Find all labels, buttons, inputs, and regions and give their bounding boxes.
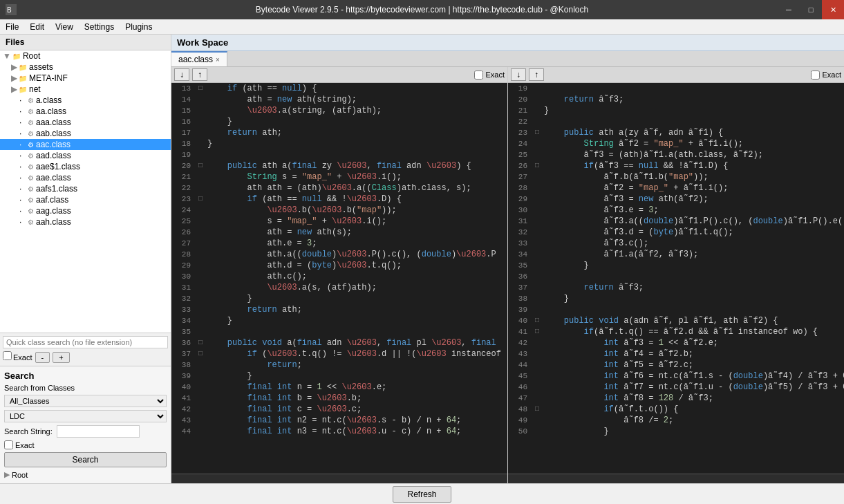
decompiler-select-row: LDC Procyon CFR [4, 410, 167, 422]
minimize-button[interactable]: ─ [778, 0, 800, 19]
search-title: Search [4, 371, 167, 381]
tree-item-aag-class[interactable]: · ⚙ aag.class [0, 205, 171, 216]
tree-item-aaf-class[interactable]: · ⚙ aaf.class [0, 194, 171, 205]
search-from-select[interactable]: All_Classes Current_Class [4, 395, 167, 407]
code-line: 24 String â˜f2 = "map_" + â˜f1.i(); [508, 138, 844, 149]
close-button[interactable]: ✕ [822, 0, 844, 19]
code-line: 29 â˜f3 = new ath(â˜f2); [508, 194, 844, 205]
menu-edit[interactable]: Edit [24, 21, 50, 33]
left-code-toolbar: ↓ ↑ Exact [171, 67, 507, 83]
title-text: Bytecode Viewer 2.9.5 - https://bytecode… [256, 5, 588, 15]
search-button[interactable]: Search [4, 452, 167, 467]
tree-item-aah-class[interactable]: · ⚙ aah.class [0, 216, 171, 227]
left-scroll-down-btn[interactable]: ↓ [174, 68, 189, 81]
code-line: 43 int â˜f4 = â˜f2.b; [508, 348, 844, 360]
tab-label: aac.class [178, 55, 213, 64]
code-line: 26 ath = new ath(s); [171, 227, 507, 238]
code-line: 36 [508, 271, 844, 282]
left-panel: Files ▼ 📁 Root ▶ 📁 assets ▶ 📁 META-INF [0, 35, 171, 483]
code-line: 14 ath = new ath(string); [171, 94, 507, 105]
tree-item-aae1-class[interactable]: · ⚙ aae$1.class [0, 161, 171, 172]
code-line: 35 [171, 326, 507, 337]
code-line: 19 [508, 83, 844, 94]
menu-view[interactable]: View [50, 21, 79, 33]
tree-item-aaa-class[interactable]: · ⚙ aaa.class [0, 117, 171, 128]
left-scroll-h[interactable] [171, 474, 507, 483]
maximize-button[interactable]: □ [800, 0, 822, 19]
tree-item-assets[interactable]: ▶ 📁 assets [0, 62, 171, 73]
tree-item-a-class[interactable]: · ⚙ a.class [0, 95, 171, 106]
code-line: 40□ public void a(adn â˜f, pl â˜f1, ath … [508, 315, 844, 326]
code-line: 22 ath ath = (ath)\u2603.a((Class)ath.cl… [171, 183, 507, 194]
code-line: 27 â˜f.b(â˜f1.b("map")); [508, 171, 844, 183]
left-exact-check: Exact [474, 71, 505, 80]
left-code-lines: 13□ if (ath == null) { 14 ath = new ath(… [171, 83, 507, 437]
search-string-row: Search String: [4, 425, 167, 438]
files-section: Files ▼ 📁 Root ▶ 📁 assets ▶ 📁 META-INF [0, 35, 171, 366]
menubar: File Edit View Settings Plugins [0, 19, 844, 35]
search-root-item: ▶ Root [4, 470, 167, 479]
code-line: 22 [508, 116, 844, 127]
plus-button[interactable]: + [53, 352, 69, 363]
right-code-lines: 19 20 return â˜f3; 21 } 22 23□ public at… [508, 83, 844, 437]
right-scroll-up-btn[interactable]: ↑ [529, 68, 544, 81]
code-line: 20□ public ath a(final zy \u2603, final … [171, 160, 507, 171]
code-line: 32 } [171, 293, 507, 304]
tree-item-aafs1-class[interactable]: · ⚙ aafs1.class [0, 183, 171, 194]
search-root-label: Root [12, 471, 28, 479]
code-line: 39 } [171, 371, 507, 382]
search-string-input[interactable] [57, 425, 140, 438]
quick-search-area: Exact - + [0, 333, 171, 366]
right-code-scroll[interactable]: 19 20 return â˜f3; 21 } 22 23□ public at… [508, 83, 844, 474]
left-scroll-up-btn[interactable]: ↑ [192, 68, 207, 81]
minus-button[interactable]: - [35, 352, 50, 363]
code-line: 43 final int n2 = nt.c(\u2603.s - b) / n… [171, 415, 507, 426]
tree-item-aad-class[interactable]: · ⚙ aad.class [0, 150, 171, 161]
code-line: 18 } [171, 138, 507, 149]
tab-aac-class[interactable]: aac.class × [171, 51, 227, 66]
search-from-row: Search from Classes [4, 384, 167, 392]
file-tree: ▼ 📁 Root ▶ 📁 assets ▶ 📁 META-INF ▶ 📁 [0, 50, 171, 333]
code-line: 29 ath.d = (byte)\u2603.t.q(); [171, 260, 507, 271]
code-line: 26□ if(â˜f3 == null && !â˜f1.D) { [508, 160, 844, 171]
tab-close-icon[interactable]: × [216, 56, 220, 64]
code-line: 33 â˜f3.c(); [508, 238, 844, 249]
tree-item-aae-class[interactable]: · ⚙ aae.class [0, 172, 171, 183]
code-line: 41 final int b = \u2603.b; [171, 393, 507, 404]
right-scroll-down-btn[interactable]: ↓ [511, 68, 526, 81]
tree-item-root[interactable]: ▼ 📁 Root [0, 50, 171, 62]
search-exact-checkbox[interactable] [4, 440, 13, 449]
tree-item-aac-class[interactable]: · ⚙ aac.class [0, 139, 171, 150]
code-line: 49 â˜f8 /= 2; [508, 415, 844, 426]
right-scroll-h[interactable] [508, 474, 844, 483]
decompiler-select[interactable]: LDC Procyon CFR [4, 410, 167, 422]
code-line: 28 â˜f2 = "map_" + â˜f1.i(); [508, 183, 844, 194]
code-line: 30 â˜f3.e = 3; [508, 205, 844, 216]
quick-search-input[interactable] [3, 336, 168, 348]
code-line: 30 ath.c(); [171, 271, 507, 282]
code-line: 37 return â˜f3; [508, 282, 844, 293]
exact-checkbox[interactable] [3, 351, 12, 360]
right-exact-checkbox[interactable] [811, 71, 820, 80]
search-section: Search Search from Classes All_Classes C… [0, 366, 171, 483]
tree-item-aa-class[interactable]: · ⚙ aa.class [0, 106, 171, 117]
code-line: 34 } [171, 315, 507, 326]
tree-item-net[interactable]: ▶ 📁 net [0, 84, 171, 95]
refresh-button[interactable]: Refresh [393, 486, 451, 503]
code-line: 31 â˜f3.a((double)â˜f1.P().c(), (double)… [508, 216, 844, 227]
code-line: 34 â˜f1.a(â˜f2, â˜f3); [508, 249, 844, 260]
code-line: 38 return; [171, 360, 507, 371]
code-line: 28 ath.a((double)\u2603.P().c(), (double… [171, 249, 507, 260]
left-code-scroll[interactable]: 13□ if (ath == null) { 14 ath = new ath(… [171, 83, 507, 474]
menu-file[interactable]: File [0, 21, 24, 33]
tree-item-meta-inf[interactable]: ▶ 📁 META-INF [0, 73, 171, 84]
workspace: Work Space aac.class × ↓ ↑ Exact [171, 35, 844, 483]
code-line: 21 } [508, 105, 844, 116]
code-line: 36□ public void a(final adn \u2603, fina… [171, 337, 507, 348]
code-line: 25 â˜f3 = (ath)â˜f1.a(ath.class, â˜f2); [508, 149, 844, 160]
tree-item-aab-class[interactable]: · ⚙ aab.class [0, 128, 171, 139]
search-string-label: Search String: [4, 427, 53, 436]
menu-settings[interactable]: Settings [79, 21, 120, 33]
menu-plugins[interactable]: Plugins [120, 21, 158, 33]
left-exact-checkbox[interactable] [474, 71, 483, 80]
